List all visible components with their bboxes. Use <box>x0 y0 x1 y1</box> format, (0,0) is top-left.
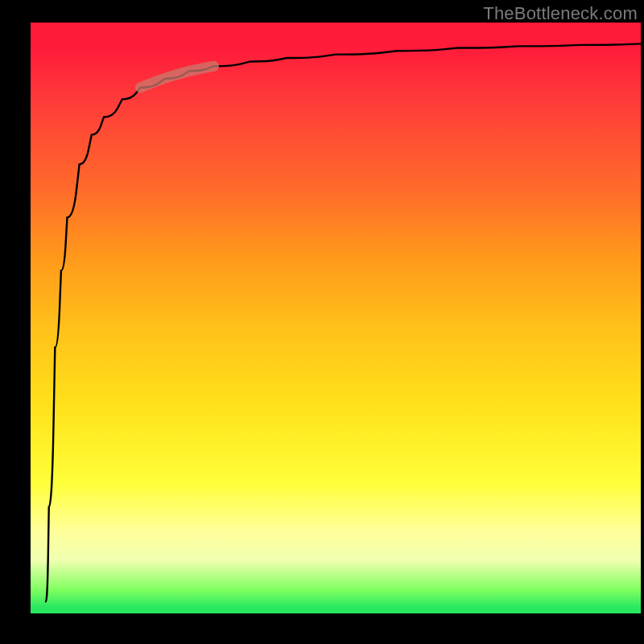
chart-curve-layer <box>31 23 641 613</box>
watermark-label: TheBottleneck.com <box>483 3 638 24</box>
curve-highlight <box>140 66 213 87</box>
bottleneck-curve <box>46 43 641 601</box>
chart-container: TheBottleneck.com <box>0 0 644 644</box>
